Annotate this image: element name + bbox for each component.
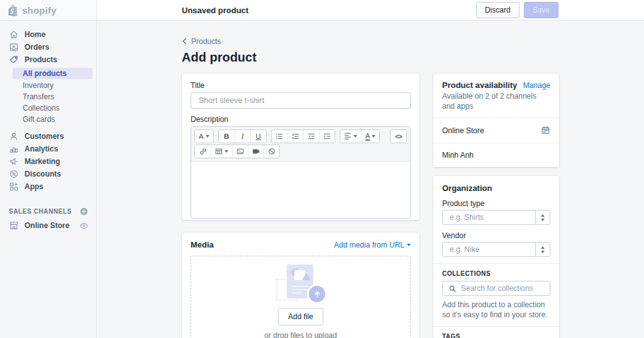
sidebar-item-orders[interactable]: Orders xyxy=(0,41,96,53)
collections-help-text: Add this product to a collection so it's… xyxy=(442,300,550,320)
organization-title: Organization xyxy=(442,183,550,193)
sidebar-item-label: Customers xyxy=(25,132,64,141)
sidebar-subitem-all-products[interactable]: All products xyxy=(13,68,92,79)
media-dropzone[interactable]: Add file or drop files to upload xyxy=(191,256,411,338)
alignment-button[interactable] xyxy=(340,130,361,143)
sidebar-item-label: Apps xyxy=(25,182,43,191)
indent-button[interactable] xyxy=(319,130,335,143)
show-html-button[interactable]: <> xyxy=(391,130,406,143)
sidebar-subitem-transfers[interactable]: Transfers xyxy=(0,91,96,102)
tags-label: TAGS xyxy=(442,333,550,338)
vendor-select[interactable]: e.g. Nike xyxy=(442,242,550,257)
marketing-icon xyxy=(9,156,19,166)
manage-availability-link[interactable]: Manage xyxy=(523,81,550,90)
shopify-wordmark: shopify xyxy=(22,5,57,16)
topbar-actions: Discard Save xyxy=(476,2,558,18)
sidebar-item-label: Products xyxy=(25,55,57,64)
sidebar-subitem-collections[interactable]: Collections xyxy=(0,102,96,114)
drop-files-hint: or drop files to upload xyxy=(264,331,336,338)
sidebar-item-marketing[interactable]: Marketing xyxy=(0,155,96,168)
upload-arrow-icon xyxy=(309,286,325,302)
caret-down-icon xyxy=(225,150,228,153)
stepper-icon[interactable] xyxy=(535,243,550,256)
contextual-save-bar: Unsaved product Discard Save xyxy=(97,0,644,20)
insert-image-button[interactable] xyxy=(232,145,248,158)
page-title: Add product xyxy=(182,50,559,64)
shopify-bag-icon xyxy=(8,4,19,16)
insert-video-button[interactable] xyxy=(248,145,264,158)
discard-button[interactable]: Discard xyxy=(476,2,519,18)
main-content: Products Add product Title Description xyxy=(97,21,644,338)
upload-illustration-icon xyxy=(276,264,325,302)
sidebar-item-customers[interactable]: Customers xyxy=(0,130,96,143)
font-style-button[interactable]: A xyxy=(195,130,213,143)
sales-channels-label: SALES CHANNELS xyxy=(9,208,72,215)
calendar-icon[interactable] xyxy=(541,126,550,135)
collections-label: COLLECTIONS xyxy=(442,270,550,277)
caret-down-icon xyxy=(353,135,357,138)
channel-row-label: Minh Anh xyxy=(442,151,474,160)
outdent-button[interactable] xyxy=(303,130,319,143)
sidebar-item-apps[interactable]: Apps xyxy=(0,180,96,193)
sidebar-item-label: Marketing xyxy=(25,157,60,166)
collections-search-input[interactable] xyxy=(461,284,544,293)
collections-searchbox xyxy=(442,281,550,296)
customers-icon xyxy=(9,131,19,141)
sidebar-item-home[interactable]: Home xyxy=(0,28,96,41)
home-icon xyxy=(9,30,19,40)
channel-row-minh-anh: Minh Anh xyxy=(433,143,559,167)
storefront-icon xyxy=(9,221,19,231)
sidebar-nav: Home Orders Products All products Invent… xyxy=(0,21,97,338)
availability-subtitle: Available on 2 of 2 channels and apps xyxy=(442,92,550,111)
unsaved-product-title: Unsaved product xyxy=(182,6,248,15)
stepper-icon[interactable] xyxy=(535,210,550,224)
product-type-select[interactable]: e.g. Shirts xyxy=(442,210,550,225)
save-button[interactable]: Save xyxy=(524,2,558,18)
italic-button[interactable]: I xyxy=(235,130,250,143)
numbered-list-button[interactable] xyxy=(287,130,303,143)
bold-button[interactable]: B xyxy=(219,130,235,143)
caret-down-icon xyxy=(206,135,209,138)
product-type-label: Product type xyxy=(442,199,550,208)
channel-row-online-store: Online Store xyxy=(433,117,559,143)
text-color-button[interactable]: A xyxy=(361,130,380,143)
vendor-placeholder: e.g. Nike xyxy=(443,243,535,256)
sidebar-subitem-gift-cards[interactable]: Gift cards xyxy=(0,114,96,125)
availability-title: Product availability xyxy=(442,80,517,90)
caret-down-icon xyxy=(372,135,375,138)
description-textarea[interactable] xyxy=(191,161,410,218)
products-tag-icon xyxy=(9,55,19,65)
sidebar-item-discounts[interactable]: Discounts xyxy=(0,168,96,180)
product-details-card: Title Description A xyxy=(182,74,419,220)
sidebar-item-online-store[interactable]: Online Store xyxy=(0,219,96,232)
description-label: Description xyxy=(191,115,411,124)
breadcrumb[interactable]: Products xyxy=(182,36,221,46)
organization-card: Organization Product type e.g. Shirts Ve… xyxy=(433,176,559,338)
underline-button[interactable]: U xyxy=(250,130,266,143)
product-availability-card: Product availability Manage Available on… xyxy=(433,74,559,167)
insert-table-button[interactable] xyxy=(211,145,232,158)
media-card: Media Add media from URL xyxy=(182,232,419,338)
chevron-left-icon xyxy=(182,38,187,45)
shopify-admin-page: shopify Unsaved product Discard Save Hom… xyxy=(0,0,644,338)
sales-channels-header: SALES CHANNELS xyxy=(0,204,96,219)
sidebar-item-label: Discounts xyxy=(25,170,61,178)
eye-icon[interactable] xyxy=(79,221,89,231)
add-media-from-url-link[interactable]: Add media from URL xyxy=(334,241,411,249)
sidebar-item-label: Analytics xyxy=(25,144,58,153)
sidebar-item-analytics[interactable]: Analytics xyxy=(0,143,96,155)
sidebar-subitem-inventory[interactable]: Inventory xyxy=(0,80,96,91)
clear-formatting-button[interactable] xyxy=(264,145,279,158)
title-input[interactable] xyxy=(191,92,411,109)
insert-link-button[interactable] xyxy=(195,145,211,158)
channel-row-label: Online Store xyxy=(442,126,484,135)
add-sales-channel-icon[interactable] xyxy=(79,207,89,216)
orders-icon xyxy=(9,42,19,52)
title-label: Title xyxy=(191,81,411,90)
sidebar-item-label: Home xyxy=(25,30,45,39)
topbar: shopify Unsaved product Discard Save xyxy=(0,0,644,21)
add-file-button[interactable]: Add file xyxy=(278,308,323,325)
shopify-logo[interactable]: shopify xyxy=(0,0,97,20)
sidebar-item-products[interactable]: Products xyxy=(0,53,96,66)
bulleted-list-button[interactable] xyxy=(272,130,287,143)
